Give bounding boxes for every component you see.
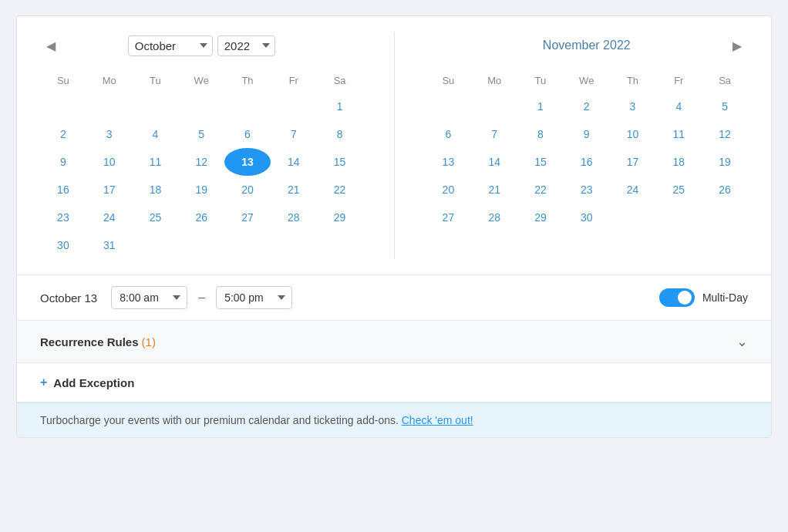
calendar-day[interactable]: 23 <box>564 176 610 204</box>
october-grid: Su Mo Tu We Th Fr Sa 1234567891011121314… <box>40 72 363 259</box>
day-header-tu: Tu <box>133 72 179 93</box>
calendar-day[interactable]: 4 <box>133 120 179 148</box>
calendar-day[interactable]: 21 <box>471 176 517 204</box>
calendar-day[interactable]: 31 <box>86 231 133 259</box>
calendar-day <box>317 231 363 259</box>
day-header-fr: Fr <box>271 72 317 93</box>
calendar-day[interactable]: 14 <box>471 148 517 176</box>
calendar-day[interactable]: 29 <box>317 204 363 231</box>
calendar-day[interactable]: 8 <box>317 120 363 148</box>
calendar-day[interactable]: 5 <box>178 120 224 148</box>
day-header-th: Th <box>224 72 271 93</box>
calendar-day[interactable]: 1 <box>317 93 363 120</box>
calendar-day[interactable]: 20 <box>426 176 472 204</box>
toggle-slider <box>659 288 695 307</box>
calendar-day[interactable]: 26 <box>702 176 748 204</box>
calendars-row: ◀ JanuaryFebruaryMarch AprilMayJune July… <box>40 32 748 259</box>
calendar-day[interactable]: 7 <box>471 120 517 148</box>
calendar-day[interactable]: 8 <box>517 120 564 148</box>
calendar-day[interactable]: 17 <box>610 148 656 176</box>
calendar-day[interactable]: 28 <box>471 204 517 231</box>
calendar-day <box>178 231 224 259</box>
calendar-day[interactable]: 24 <box>86 204 133 231</box>
calendar-day[interactable]: 19 <box>702 148 748 176</box>
next-month-button[interactable]: ▶ <box>726 35 748 56</box>
calendar-day[interactable]: 28 <box>271 204 317 231</box>
calendar-day[interactable]: 14 <box>271 148 317 176</box>
day-header-sa: Sa <box>317 72 363 93</box>
recurrence-rules-row[interactable]: Recurrence Rules(1) ⌄ <box>17 321 771 363</box>
calendar-day[interactable]: 22 <box>517 176 564 204</box>
calendar-day[interactable]: 30 <box>40 231 86 259</box>
calendar-day[interactable]: 2 <box>40 120 86 148</box>
october-header: ◀ JanuaryFebruaryMarch AprilMayJune July… <box>40 32 363 59</box>
day-header-mo: Mo <box>86 72 133 93</box>
prev-month-button[interactable]: ◀ <box>40 35 62 56</box>
calendar-day[interactable]: 18 <box>133 176 179 204</box>
calendar-day <box>471 93 517 120</box>
calendar-day[interactable]: 27 <box>426 204 472 231</box>
calendar-day[interactable]: 9 <box>40 148 86 176</box>
calendar-day[interactable]: 12 <box>702 120 748 148</box>
calendar-day[interactable]: 10 <box>86 148 133 176</box>
day-header-tu: Tu <box>517 72 564 93</box>
calendar-day[interactable]: 30 <box>564 204 610 231</box>
calendar-day[interactable]: 15 <box>517 148 564 176</box>
add-exception-label: Add Exception <box>53 376 134 389</box>
selected-date-label: October 13 <box>40 291 97 305</box>
calendar-day[interactable]: 13 <box>426 148 472 176</box>
end-time-select[interactable]: 12:00 am12:30 am1:00 am1:30 am2:00 am2:3… <box>216 286 292 309</box>
calendar-day[interactable]: 20 <box>224 176 271 204</box>
calendar-day[interactable]: 25 <box>133 204 179 231</box>
calendar-day[interactable]: 19 <box>178 176 224 204</box>
calendar-day[interactable]: 10 <box>610 120 656 148</box>
month-year-selectors: JanuaryFebruaryMarch AprilMayJune JulyAu… <box>128 35 275 56</box>
calendar-day <box>224 231 271 259</box>
calendar-day[interactable]: 11 <box>133 148 179 176</box>
calendar-day[interactable]: 11 <box>655 120 702 148</box>
calendar-day[interactable]: 5 <box>702 93 748 120</box>
calendar-day[interactable]: 24 <box>610 176 656 204</box>
promo-bar: Turbocharge your events with our premium… <box>17 402 771 437</box>
calendar-day[interactable]: 16 <box>564 148 610 176</box>
calendar-day[interactable]: 1 <box>517 93 564 120</box>
multiday-label: Multi-Day <box>702 291 748 304</box>
calendar-day[interactable]: 23 <box>40 204 86 231</box>
calendar-day[interactable]: 2 <box>564 93 610 120</box>
month-select[interactable]: JanuaryFebruaryMarch AprilMayJune JulyAu… <box>128 35 213 56</box>
november-title: November 2022 <box>543 39 631 52</box>
calendar-day[interactable]: 4 <box>655 93 702 120</box>
multiday-toggle[interactable] <box>659 288 695 307</box>
recurrence-count: (1) <box>142 335 156 348</box>
main-container: ◀ JanuaryFebruaryMarch AprilMayJune July… <box>16 15 772 438</box>
calendar-day[interactable]: 22 <box>317 176 363 204</box>
calendar-day[interactable]: 27 <box>224 204 271 231</box>
calendar-day[interactable]: 16 <box>40 176 86 204</box>
calendar-day[interactable]: 18 <box>655 148 702 176</box>
calendar-day[interactable]: 3 <box>86 120 133 148</box>
calendar-day[interactable]: 26 <box>178 204 224 231</box>
start-time-select[interactable]: 12:00 am12:30 am1:00 am1:30 am2:00 am2:3… <box>111 286 187 309</box>
day-header-su: Su <box>426 72 472 93</box>
multiday-group: Multi-Day <box>659 288 748 307</box>
add-exception-row[interactable]: + Add Exception <box>17 363 771 402</box>
calendar-day[interactable]: 17 <box>86 176 133 204</box>
calendar-day[interactable]: 9 <box>564 120 610 148</box>
promo-link[interactable]: Check 'em out! <box>402 414 473 426</box>
day-header-mo: Mo <box>471 72 517 93</box>
calendar-day <box>271 93 317 120</box>
calendar-day[interactable]: 15 <box>317 148 363 176</box>
calendar-day[interactable]: 3 <box>610 93 656 120</box>
calendar-day[interactable]: 6 <box>426 120 472 148</box>
day-header-we: We <box>178 72 224 93</box>
calendar-day <box>271 231 317 259</box>
calendar-day[interactable]: 12 <box>178 148 224 176</box>
year-select[interactable]: 202020212022 20232024 <box>217 35 275 56</box>
calendar-day[interactable]: 6 <box>224 120 271 148</box>
calendar-day[interactable]: 21 <box>271 176 317 204</box>
calendar-day[interactable]: 25 <box>655 176 702 204</box>
calendar-day[interactable]: 29 <box>517 204 564 231</box>
calendar-day[interactable]: 7 <box>271 120 317 148</box>
calendar-day <box>133 93 179 120</box>
calendar-day[interactable]: 13 <box>224 148 271 176</box>
